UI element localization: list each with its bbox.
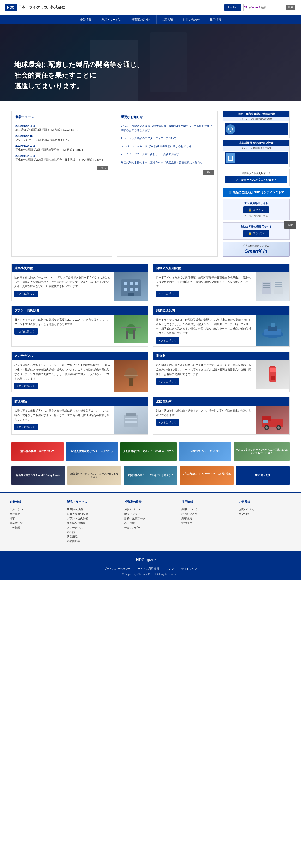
- nav-item-recruit[interactable]: 採用情報: [205, 15, 226, 25]
- footer-item-greeting[interactable]: ごあいさつ: [10, 507, 62, 511]
- disaster-goods-img-placeholder: [114, 406, 148, 434]
- footer-item-maint[interactable]: メンテナンス: [67, 526, 120, 529]
- product-more-extinguisher[interactable]: さらに詳しく: [156, 378, 179, 385]
- footer-item-ir-calendar[interactable]: IRカレンダー: [124, 526, 177, 529]
- product-more-fire-detector[interactable]: さらに詳しく: [156, 290, 179, 297]
- sprinkler-type2-category: 小規模履歴施設向け消火設備: [223, 140, 290, 146]
- banner-renovation[interactable]: 築住宅・マンションのリニューアルをしませんか？: [67, 466, 121, 485]
- header-right: English Y! by Yahoo! 検索: [224, 4, 296, 11]
- news-item: 2017年12月11日 株主通知 第66期第2四半期（PDF形式：7,219KB…: [15, 124, 108, 132]
- banner-disaster-renewal[interactable]: 防災設備のリニューアルを行いませんか？: [124, 466, 177, 485]
- footer-item-recruit-info[interactable]: 採用について: [181, 507, 234, 511]
- search-input[interactable]: [261, 6, 285, 9]
- search-button[interactable]: 検索: [286, 5, 295, 10]
- footer-bottom: NDC group プライバシーポリシー サイトご利用規則 リンク サイトマップ…: [0, 551, 301, 580]
- sprinkler-rx-product: NEOスプリンクラーRX: [223, 122, 290, 138]
- banner-extinguisher-disposal[interactable]: 消火器の廃棄・回収について: [11, 442, 64, 461]
- news-item: 2017年11月13日 平成30年3月期 第2四半期決算説明会（PDF形式：48…: [15, 144, 108, 152]
- footer-item-fire-truck[interactable]: 消防自動車: [67, 539, 120, 543]
- auto-fire-login-button[interactable]: 🔒 ログイン: [243, 230, 269, 237]
- xtn-login-button[interactable]: 🔒 ログイン: [243, 207, 269, 213]
- product-more-ship[interactable]: さらに詳しく: [156, 337, 179, 344]
- links-link[interactable]: リンク: [166, 567, 174, 570]
- xtn-member-section: XTN会員専用サイト 🔒 ログイン 2017年12月20日 更新: [223, 199, 290, 220]
- banner-ig641[interactable]: NDCアルシリーズ IG641: [179, 442, 231, 461]
- notice-item-1[interactable]: パッケージ型消火設備I型（株式会社初田製作所OEM製品版）の点検と改修に関するお…: [121, 124, 213, 134]
- online-store-button[interactable]: 🛒 製品のご購入は NBC オンラインストア: [223, 188, 290, 197]
- footer-copyright: © Nippon Dry-Chemical Co.,Ltd. All Right…: [5, 573, 296, 576]
- english-button[interactable]: English: [224, 4, 241, 10]
- footer-item-disaster-knowledge[interactable]: 防災知識: [239, 512, 291, 516]
- product-card-maintenance: メンテナンス 小規模店舗から大型インテリジェントビル、大型プラント/危険物施設ま…: [11, 351, 148, 392]
- smartx-section: 消火設備体管理システム SmartX in: [223, 242, 290, 257]
- sprinkler-rx-name: NEOスプリンクラーRX: [237, 127, 273, 131]
- privacy-policy-link[interactable]: プライバシーポリシー: [104, 567, 131, 570]
- notices-section: 重要なお知らせ パッケージ型消火設備I型（株式会社初田製作所OEM製品版）の点検…: [117, 111, 218, 257]
- hero-section: 地球環境に配慮した製品の開発等を通じ、 社会的責任を果たすことに 邁進してまいり…: [0, 25, 301, 101]
- notice-item-5[interactable]: 加圧式消火水槽のホース圧縮キャップ脱落危機・部品交換のお知らせ: [121, 160, 213, 167]
- footer-item-plant-fire[interactable]: プラント防火設備: [67, 517, 120, 520]
- plant-img-placeholder: [114, 314, 148, 343]
- notice-item-3[interactable]: スーパーレームカード（S）誘通用再表記に関するお知らせ: [121, 144, 213, 151]
- product-more-fire-truck[interactable]: さらに詳しく: [156, 419, 179, 426]
- footer-item-offices[interactable]: 事業所一覧: [10, 521, 62, 525]
- footer-item-building-fire[interactable]: 建築防火設備: [67, 507, 120, 511]
- nav-item-investors[interactable]: 投資家の皆様へ: [127, 15, 157, 25]
- banner-vesda[interactable]: 超高感度感知システム VESDA by Xtralis: [11, 466, 65, 485]
- notice-item-4[interactable]: ホームページの「お問い合わせ」不具合のお詫び: [121, 152, 213, 158]
- sitemap-link[interactable]: サイトマップ: [181, 567, 197, 570]
- product-card-disaster-goods: 防災用品 広場に至る大規模災害から、限定された地域に起こる小規模災害まで、もしも…: [11, 397, 148, 435]
- footer-item-disaster-goods[interactable]: 防災用品: [67, 535, 120, 538]
- footer-item-shareholders[interactable]: 株主情報: [124, 521, 177, 525]
- footer-item-history[interactable]: 沿革: [10, 517, 62, 520]
- banner-water-facility[interactable]: 水消火物施設向けのページはコチラ: [66, 442, 118, 461]
- footer-item-mid-career[interactable]: 中途採用: [181, 521, 234, 525]
- ship-img-placeholder: [256, 314, 290, 346]
- search-area: Y! by Yahoo! 検索: [243, 4, 296, 11]
- footer-col-recruit-title: 採用情報: [181, 500, 234, 505]
- product-more-disaster-goods[interactable]: さらに詳しく: [14, 424, 38, 430]
- footer-item-employee[interactable]: 社員あいさつ: [181, 512, 234, 516]
- logo-ndc: NDC 日本ドライケミカル株式会社: [5, 4, 65, 11]
- footer-item-financial[interactable]: 財務・業績データ: [124, 517, 177, 520]
- footer-item-profile[interactable]: 会社概要: [10, 512, 62, 516]
- maintenance-img-placeholder: [114, 360, 148, 392]
- notices-title: 重要なお知らせ: [121, 115, 213, 121]
- product-more-building[interactable]: さらに詳しく: [14, 290, 38, 297]
- news-date-4: 2017年11月10日: [15, 154, 108, 158]
- nav-item-feedback[interactable]: ご意見箱: [157, 15, 178, 25]
- footer-item-csr[interactable]: CSR情報: [10, 526, 62, 529]
- footer-item-ir-library[interactable]: IRライブラリ: [124, 512, 177, 516]
- footer-item-extinguisher[interactable]: 消火器: [67, 530, 120, 534]
- footer-col-feedback: ご意見箱 お問い合わせ 防災知識: [239, 500, 291, 544]
- nav-item-products[interactable]: 製品・サービス: [97, 15, 127, 25]
- footer-item-auto-fire[interactable]: 自動火災報知設備: [67, 512, 120, 516]
- svg-rect-6: [124, 288, 128, 291]
- banner-inquiry[interactable]: ご入力内容について Farm-Yuki にお問い合わせ: [180, 466, 234, 485]
- product-more-plant[interactable]: さらに詳しく: [14, 328, 38, 335]
- footer-item-ship-fire[interactable]: 船舶防火設備機: [67, 521, 120, 525]
- notices-more-link[interactable]: 一覧へ: [203, 170, 213, 175]
- product-card-title-plant: プラント防災設備: [11, 306, 148, 314]
- site-header: NDC 日本ドライケミカル株式会社 English Y! by Yahoo! 検…: [0, 0, 301, 15]
- nav-item-company[interactable]: 企業情報: [75, 15, 97, 25]
- svg-rect-8: [135, 288, 138, 291]
- product-card-text-fire-detector: 日本ドライケミカルでは受信機類・煙感知管類等の各種機器を取り扱い、建物の規模や用…: [153, 272, 256, 301]
- extinguisher-img-placeholder: [256, 360, 290, 389]
- top-button[interactable]: TOP: [284, 221, 296, 228]
- banner-ndc-announcement[interactable]: NDC 電子公告: [236, 466, 290, 485]
- nav-item-contact[interactable]: お問い合わせ: [178, 15, 205, 25]
- banner-ndc-service[interactable]: みんなで学ぼう 日本ドライケミカル工業 だいたいどんなサービス？: [234, 442, 290, 461]
- footer-item-vision[interactable]: 経営ビジョン: [124, 507, 177, 511]
- footer-item-contact[interactable]: お問い合わせ: [239, 507, 291, 511]
- news-more-link[interactable]: 一覧へ: [97, 166, 108, 170]
- product-more-maintenance[interactable]: さらに詳しく: [14, 383, 38, 389]
- product-card-title-disaster-goods: 防災用品: [11, 397, 148, 406]
- svg-rect-28: [124, 375, 138, 376]
- news-section: 新着ニュース 2017年12月11日 株主通知 第66期第2四半期（PDF形式：…: [11, 111, 112, 257]
- footer-item-new-grad[interactable]: 新卒採用: [181, 517, 234, 520]
- banner-ig541[interactable]: 人と自然を守る「安全」に IG541 水システム: [121, 442, 177, 461]
- notice-item-2[interactable]: ヒューセック製品のアフターフォローについて: [121, 136, 213, 143]
- terms-of-use-link[interactable]: サイトご利用規則: [138, 567, 159, 570]
- svg-rect-17: [275, 286, 282, 287]
